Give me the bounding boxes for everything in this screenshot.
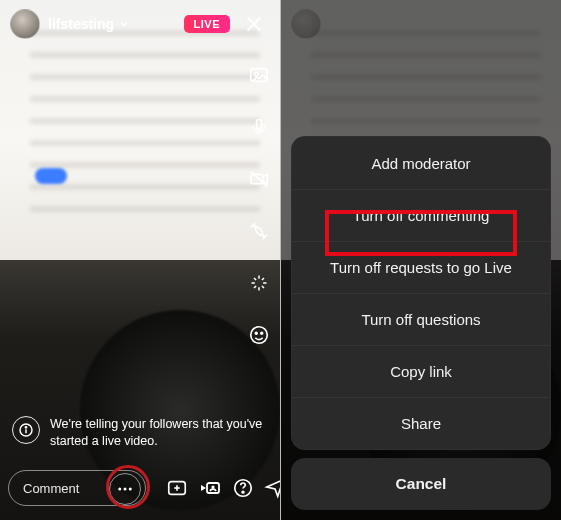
questions-button[interactable] bbox=[232, 473, 254, 503]
chevron-down-icon bbox=[118, 18, 130, 30]
sheet-item-label: Add moderator bbox=[371, 155, 470, 172]
action-sheet-screen: Add moderator Turn off commenting Turn o… bbox=[281, 0, 561, 520]
username[interactable]: lifstesting bbox=[48, 16, 130, 32]
live-right-rail bbox=[244, 60, 274, 350]
username-label: lifstesting bbox=[48, 16, 114, 32]
comment-placeholder: Comment bbox=[23, 481, 79, 496]
svg-point-24 bbox=[242, 491, 244, 493]
svg-point-3 bbox=[254, 72, 258, 76]
svg-point-16 bbox=[129, 488, 132, 491]
comment-input[interactable]: Comment bbox=[8, 470, 146, 506]
sheet-item-turn-off-questions[interactable]: Turn off questions bbox=[292, 293, 550, 345]
question-icon bbox=[232, 477, 254, 499]
svg-marker-21 bbox=[201, 485, 206, 491]
close-button[interactable] bbox=[238, 8, 270, 40]
live-topbar: lifstesting LIVE bbox=[0, 0, 280, 48]
svg-point-10 bbox=[261, 332, 263, 334]
sheet-item-label: Copy link bbox=[390, 363, 452, 380]
live-screen: lifstesting LIVE bbox=[0, 0, 280, 520]
sheet-item-copy-link[interactable]: Copy link bbox=[292, 345, 550, 397]
sheet-item-add-moderator[interactable]: Add moderator bbox=[292, 137, 550, 189]
avatar[interactable] bbox=[10, 9, 40, 39]
smile-icon bbox=[248, 324, 270, 346]
share-button[interactable] bbox=[264, 473, 280, 503]
emoji-button[interactable] bbox=[244, 320, 274, 350]
media-button[interactable] bbox=[244, 60, 274, 90]
sheet-item-label: Turn off requests to go Live bbox=[330, 259, 512, 276]
live-start-notice: We're telling your followers that you've… bbox=[12, 416, 268, 450]
sheet-item-turn-off-commenting[interactable]: Turn off commenting bbox=[292, 189, 550, 241]
send-icon bbox=[264, 477, 280, 499]
sheet-item-label: Turn off questions bbox=[361, 311, 480, 328]
more-options-button[interactable] bbox=[109, 473, 141, 505]
notice-text: We're telling your followers that you've… bbox=[50, 416, 268, 450]
action-sheet-group: Add moderator Turn off commenting Turn o… bbox=[291, 136, 551, 450]
live-bottombar: Comment bbox=[8, 466, 272, 510]
sheet-cancel[interactable]: Cancel bbox=[291, 458, 551, 510]
sheet-item-share[interactable]: Share bbox=[292, 397, 550, 449]
flip-camera-icon bbox=[248, 220, 270, 242]
more-horizontal-icon bbox=[116, 480, 134, 498]
svg-rect-5 bbox=[251, 174, 263, 183]
microphone-icon bbox=[249, 117, 269, 137]
svg-rect-4 bbox=[257, 120, 262, 130]
camera-button[interactable] bbox=[244, 164, 274, 194]
mic-button[interactable] bbox=[244, 112, 274, 142]
info-icon bbox=[12, 416, 40, 444]
svg-point-12 bbox=[25, 427, 26, 428]
image-icon bbox=[248, 64, 270, 86]
close-icon bbox=[243, 13, 265, 35]
live-badge: LIVE bbox=[184, 15, 230, 33]
sheet-item-turn-off-requests[interactable]: Turn off requests to go Live bbox=[292, 241, 550, 293]
sparkle-icon bbox=[249, 273, 269, 293]
svg-point-15 bbox=[124, 488, 127, 491]
sheet-item-label: Share bbox=[401, 415, 441, 432]
sheet-item-label: Turn off commenting bbox=[353, 207, 490, 224]
svg-point-14 bbox=[118, 488, 121, 491]
video-off-icon bbox=[248, 168, 270, 190]
svg-point-8 bbox=[251, 327, 268, 344]
svg-point-9 bbox=[255, 332, 257, 334]
action-sheet: Add moderator Turn off commenting Turn o… bbox=[291, 136, 551, 510]
effects-button[interactable] bbox=[244, 268, 274, 298]
invite-user-icon bbox=[198, 476, 222, 500]
sheet-cancel-label: Cancel bbox=[396, 475, 447, 493]
add-media-button[interactable] bbox=[166, 473, 188, 503]
add-media-icon bbox=[166, 477, 188, 499]
switch-camera-button[interactable] bbox=[244, 216, 274, 246]
invite-button[interactable] bbox=[198, 473, 222, 503]
